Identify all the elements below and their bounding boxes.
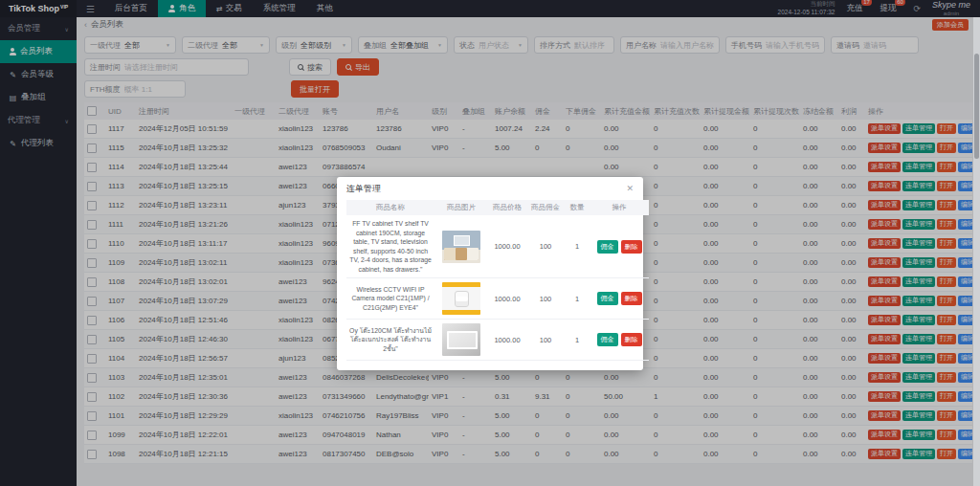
product-name: Wireless CCTV WIFI IP Camera model C21(1…: [348, 285, 433, 313]
product-row: Wireless CCTV WIFI IP Camera model C21(1…: [346, 278, 649, 320]
modal-header: 连单管理 ✕: [337, 177, 643, 200]
cell-product-commission: 100: [526, 278, 565, 320]
product-name: Oy โต๊ะ120CM โต๊ะทำงานไม้ โต๊ะอเนกประสงค…: [348, 326, 433, 354]
cell-product-price: 1000.00: [488, 278, 526, 320]
scrollbar-thumb[interactable]: [974, 54, 979, 159]
modal-column-header: 商品价格: [488, 200, 526, 215]
commission-button[interactable]: 佣金: [597, 240, 618, 254]
close-icon[interactable]: ✕: [626, 184, 634, 193]
modal-title: 连单管理: [346, 183, 381, 195]
table-image: [442, 323, 480, 356]
cell-product-operations: 佣金删除: [590, 320, 649, 361]
cell-product-name: FF TV cabinet TV shelf TV cabinet 190CM,…: [346, 215, 434, 278]
cell-product-qty: 1: [565, 215, 590, 278]
cell-product-operations: 佣金删除: [590, 215, 649, 278]
modal-column-header: 数量: [565, 200, 590, 215]
cell-product-price: 1000.00: [488, 320, 526, 361]
camera-image: [442, 282, 480, 315]
delete-button[interactable]: 删除: [621, 292, 642, 305]
cell-product-name: Oy โต๊ะ120CM โต๊ะทำงานไม้ โต๊ะอเนกประสงค…: [346, 320, 434, 361]
modal-column-header: 商品名称: [346, 200, 434, 215]
cell-product-commission: 100: [526, 215, 565, 278]
cell-product-image: [434, 320, 488, 361]
tv-cabinet-image: [442, 231, 480, 263]
modal-column-header: 商品图片: [434, 200, 488, 215]
cell-product-qty: 1: [565, 278, 590, 320]
vertical-scrollbar[interactable]: [973, 17, 980, 486]
product-name: FF TV cabinet TV shelf TV cabinet 190CM,…: [348, 219, 433, 274]
cell-product-image: [434, 215, 488, 278]
product-row: FF TV cabinet TV shelf TV cabinet 190CM,…: [346, 215, 649, 278]
commission-button[interactable]: 佣金: [597, 292, 618, 305]
modal-column-header: 商品佣金: [526, 200, 565, 215]
modal-body: 商品名称商品图片商品价格商品佣金数量操作 FF TV cabinet TV sh…: [337, 200, 643, 370]
cell-product-image: [434, 278, 488, 320]
cell-product-qty: 1: [565, 320, 590, 361]
product-row: Oy โต๊ะ120CM โต๊ะทำงานไม้ โต๊ะอเนกประสงค…: [346, 320, 649, 361]
commission-button[interactable]: 佣金: [597, 333, 618, 346]
product-table: 商品名称商品图片商品价格商品佣金数量操作 FF TV cabinet TV sh…: [346, 200, 649, 361]
delete-button[interactable]: 删除: [621, 333, 642, 346]
cell-product-operations: 佣金删除: [590, 278, 649, 320]
delete-button[interactable]: 删除: [621, 240, 642, 254]
cell-product-name: Wireless CCTV WIFI IP Camera model C21(1…: [346, 278, 434, 320]
modal-column-header: 操作: [590, 200, 649, 215]
chain-order-modal: 连单管理 ✕ 商品名称商品图片商品价格商品佣金数量操作 FF TV cabine…: [337, 177, 643, 370]
cell-product-commission: 100: [526, 320, 565, 361]
cell-product-price: 1000.00: [488, 215, 526, 278]
